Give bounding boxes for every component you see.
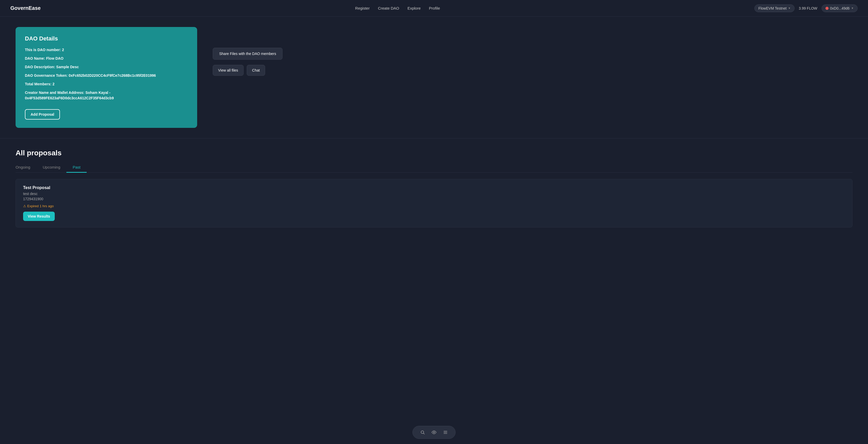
bottom-toolbar xyxy=(412,426,456,439)
tab-upcoming[interactable]: Upcoming xyxy=(37,162,67,173)
network-selector[interactable]: FlowEVM Testnet ▼ xyxy=(754,4,795,12)
proposal-desc: test desc xyxy=(23,192,845,196)
share-files-button[interactable]: Share Files with the DAO members xyxy=(213,48,282,60)
nav-links: Register Create DAO Explore Profile xyxy=(355,6,440,10)
dao-details-card: DAO Details This is DAO number: 2 DAO Na… xyxy=(16,27,197,128)
navbar-right: FlowEVM Testnet ▼ 3.99 FLOW 0xD0...49d6 … xyxy=(754,4,858,12)
dao-number: This is DAO number: 2 xyxy=(25,47,188,53)
network-chevron: ▼ xyxy=(788,7,791,9)
proposal-card: Test Proposal test desc 1729431900 Expir… xyxy=(16,179,852,227)
dao-name: DAO Name: Flow DAO xyxy=(25,56,188,61)
brand-logo[interactable]: GovernEase xyxy=(10,5,41,11)
search-icon[interactable] xyxy=(419,429,426,436)
create-dao-link[interactable]: Create DAO xyxy=(378,6,399,10)
main-content: DAO Details This is DAO number: 2 DAO Na… xyxy=(0,17,868,138)
tab-ongoing[interactable]: Ongoing xyxy=(16,162,37,173)
add-proposal-button[interactable]: Add Proposal xyxy=(25,109,60,120)
dao-creator: Creator Name and Wallet Address: Soham K… xyxy=(25,90,188,101)
network-label: FlowEVM Testnet xyxy=(758,6,786,10)
svg-point-2 xyxy=(433,432,435,433)
svg-line-1 xyxy=(423,433,425,434)
proposal-status: Expired 1 hrs ago xyxy=(23,204,845,208)
dao-governance-token: DAO Governance Token: 0xFc652b02D220CC4c… xyxy=(25,73,188,78)
view-files-button[interactable]: View all files xyxy=(213,65,244,76)
flow-balance: 3.99 FLOW xyxy=(799,6,817,10)
view-results-button[interactable]: View Results xyxy=(23,212,55,221)
register-link[interactable]: Register xyxy=(355,6,370,10)
proposal-name: Test Proposal xyxy=(23,185,845,190)
dao-description: DAO Description: Sample Desc xyxy=(25,64,188,70)
dao-total-members: Total Members: 2 xyxy=(25,82,188,87)
wallet-selector[interactable]: 0xD0...49d6 ▼ xyxy=(822,4,858,12)
explore-link[interactable]: Explore xyxy=(407,6,421,10)
files-chat-row: View all files Chat xyxy=(213,65,282,76)
svg-point-0 xyxy=(421,431,424,434)
dao-actions: Share Files with the DAO members View al… xyxy=(213,27,282,76)
wallet-chevron: ▼ xyxy=(851,7,854,9)
tab-past[interactable]: Past xyxy=(66,162,87,173)
dao-card-title: DAO Details xyxy=(25,35,188,42)
wallet-dot-icon xyxy=(826,7,829,10)
proposals-section: All proposals Ongoing Upcoming Past Test… xyxy=(0,138,868,238)
eye-icon[interactable] xyxy=(430,429,438,436)
list-icon[interactable] xyxy=(442,429,449,436)
proposals-title: All proposals xyxy=(16,149,852,157)
proposal-timestamp: 1729431900 xyxy=(23,197,845,201)
navbar: GovernEase Register Create DAO Explore P… xyxy=(0,0,868,17)
proposals-tabs: Ongoing Upcoming Past xyxy=(16,162,852,173)
profile-link[interactable]: Profile xyxy=(429,6,440,10)
wallet-address: 0xD0...49d6 xyxy=(830,6,850,10)
chat-button[interactable]: Chat xyxy=(247,65,266,76)
